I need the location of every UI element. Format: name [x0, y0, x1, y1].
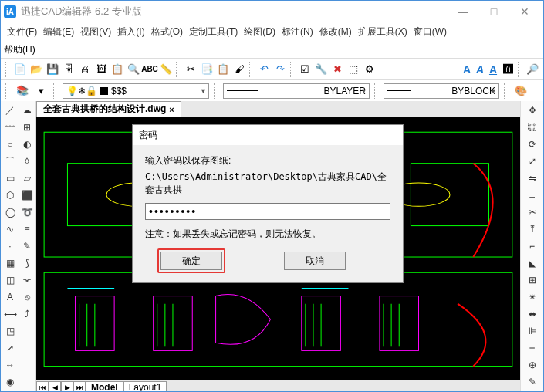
close-tab-icon[interactable]: × — [169, 105, 174, 114]
ellipse-icon[interactable]: ◯ — [2, 204, 18, 220]
dimension-icon[interactable]: ⟷ — [2, 306, 18, 322]
erase-icon[interactable]: ✖ — [329, 62, 345, 77]
menu-modify[interactable]: 修改(M) — [316, 24, 355, 40]
menu-window[interactable]: 窗口(W) — [411, 24, 450, 40]
pedit-icon[interactable]: ✎ — [525, 374, 540, 390]
layout-last-icon[interactable]: ⏭ — [73, 381, 86, 392]
menu-draw[interactable]: 绘图(D) — [241, 24, 279, 40]
paste-icon[interactable]: 📋 — [215, 62, 231, 77]
rectangle-icon[interactable]: ▭ — [2, 171, 18, 186]
print-preview-icon[interactable]: 🖼 — [93, 62, 109, 77]
redo-icon[interactable]: ↷ — [272, 62, 288, 77]
menu-custom-tools[interactable]: 定制工具(T) — [186, 24, 241, 40]
move-icon[interactable]: ✥ — [525, 103, 540, 118]
tool-icon[interactable]: 🔧 — [313, 62, 329, 77]
break-tool-icon[interactable]: ╌ — [525, 340, 540, 356]
text-style-icon[interactable]: 🅰 — [500, 62, 515, 77]
table-icon[interactable]: ⊞ — [19, 120, 35, 135]
toolbar-grip[interactable] — [454, 62, 458, 77]
open-file-icon[interactable]: 📂 — [29, 62, 44, 77]
revision-cloud-icon[interactable]: ☁ — [19, 103, 35, 118]
rotate-icon[interactable]: ⟳ — [525, 137, 540, 152]
save-icon[interactable]: 💾 — [45, 62, 60, 77]
layout-prev-icon[interactable]: ◀ — [49, 381, 61, 392]
boundary-icon[interactable]: ◊ — [19, 154, 35, 169]
line-icon[interactable]: ／ — [2, 103, 18, 118]
layer-icon[interactable]: 📚 — [15, 83, 30, 99]
xline-icon[interactable]: ↔ — [2, 357, 18, 373]
ok-button[interactable]: 确定 — [160, 252, 222, 270]
text-bold-icon[interactable]: A — [461, 63, 473, 76]
arc-tool-icon[interactable]: ⟆ — [19, 255, 35, 271]
menu-format[interactable]: 格式(O) — [148, 24, 186, 40]
lineweight-combo[interactable]: BYBLOCK ▼ — [384, 83, 499, 99]
menu-view[interactable]: 视图(V) — [77, 24, 114, 40]
gradient-icon[interactable]: ◐ — [19, 137, 35, 152]
break-icon[interactable]: ⎋ — [19, 289, 35, 305]
text-find-icon[interactable]: 🔎 — [525, 62, 540, 77]
password-input[interactable] — [145, 203, 390, 220]
spline-icon[interactable]: ∿ — [2, 221, 18, 237]
minimize-button[interactable]: — — [448, 2, 478, 21]
explode-icon[interactable]: ✴ — [525, 289, 540, 305]
color-picker-icon[interactable]: 🎨 — [513, 83, 529, 99]
array-icon[interactable]: ⊞ — [525, 272, 540, 288]
cancel-button[interactable]: 取消 — [284, 252, 346, 270]
align-icon[interactable]: ⊫ — [525, 323, 540, 339]
3d-icon[interactable]: ⬛ — [19, 188, 35, 203]
helix-icon[interactable]: ➰ — [19, 204, 35, 220]
measure-icon[interactable]: 📏 — [158, 62, 174, 77]
copy-icon[interactable]: 📑 — [199, 62, 215, 77]
region-icon[interactable]: ◫ — [2, 272, 18, 288]
layout-next-icon[interactable]: ▶ — [61, 381, 73, 392]
menu-annotate[interactable]: 标注(N) — [279, 24, 316, 40]
tool-icon[interactable]: ⬚ — [346, 62, 361, 77]
polyline-icon[interactable]: 〰 — [2, 120, 18, 135]
toolbar-grip[interactable] — [214, 83, 218, 99]
wipeout-icon[interactable]: ▱ — [19, 171, 35, 186]
join-tool-icon[interactable]: ⊕ — [525, 357, 540, 373]
save-all-icon[interactable]: 🗄 — [61, 62, 76, 77]
document-tab[interactable]: 全套古典拱桥的结构设计.dwg × — [36, 101, 181, 117]
point-icon[interactable]: · — [2, 238, 18, 254]
donut-icon[interactable]: ◉ — [2, 374, 18, 390]
layout-first-icon[interactable]: ⏮ — [36, 381, 49, 392]
toolbar-grip[interactable] — [53, 83, 58, 99]
menu-help[interactable]: 帮助(H) — [4, 43, 35, 56]
join-icon[interactable]: ⫘ — [19, 272, 35, 288]
arc-icon[interactable]: ⌒ — [2, 154, 18, 169]
menu-edit[interactable]: 编辑(E) — [40, 24, 77, 40]
mirror-icon[interactable]: ⇋ — [525, 171, 540, 186]
toolbar-grip[interactable] — [5, 62, 10, 77]
linetype-combo[interactable]: BYLAYER ▼ — [223, 83, 370, 99]
settings-icon[interactable]: ⚙ — [362, 62, 377, 77]
match-props-icon[interactable]: 🖌 — [231, 62, 247, 77]
extend-tool-icon[interactable]: ⤒ — [525, 221, 540, 237]
polygon-icon[interactable]: ⬡ — [2, 188, 18, 203]
close-button[interactable]: ✕ — [509, 2, 540, 21]
ray-icon[interactable]: ↗ — [2, 340, 18, 356]
print-icon[interactable]: 🖨 — [77, 62, 93, 77]
toolbar-grip[interactable] — [504, 83, 509, 99]
menu-insert[interactable]: 插入(I) — [114, 24, 147, 40]
new-file-icon[interactable]: 📄 — [12, 62, 28, 77]
fillet-icon[interactable]: ⌐ — [525, 238, 540, 254]
text-icon[interactable]: A — [2, 289, 18, 305]
plot-icon[interactable]: 📋 — [110, 62, 125, 77]
find-icon[interactable]: 🔍 — [126, 62, 141, 77]
menu-file[interactable]: 文件(F) — [4, 24, 40, 40]
circle-icon[interactable]: ○ — [2, 137, 18, 152]
chamfer-icon[interactable]: ◣ — [525, 255, 540, 271]
stretch-icon[interactable]: ⬌ — [525, 306, 540, 322]
extend-icon[interactable]: ⤴ — [19, 306, 35, 322]
offset-icon[interactable]: ⫠ — [525, 188, 540, 203]
audit-icon[interactable]: ☑ — [297, 62, 313, 77]
spellcheck-icon[interactable]: ABC — [142, 62, 157, 77]
multiline-icon[interactable]: ≡ — [19, 221, 35, 237]
text-underline-icon[interactable]: A — [487, 63, 499, 76]
undo-icon[interactable]: ↶ — [256, 62, 272, 77]
sketch-icon[interactable]: ✎ — [19, 238, 35, 254]
trim-icon[interactable]: ✂ — [525, 204, 540, 220]
toolbar-grip[interactable] — [374, 83, 379, 99]
maximize-button[interactable]: □ — [478, 2, 509, 21]
